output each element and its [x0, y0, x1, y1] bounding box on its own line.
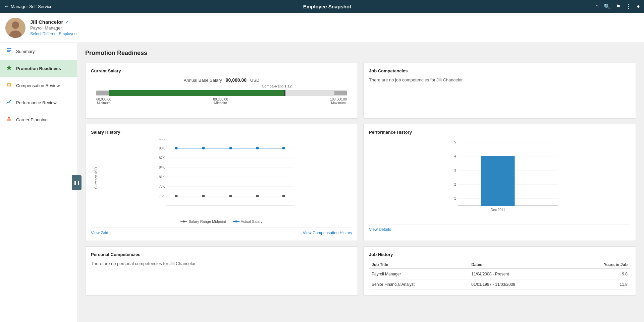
- summary-icon: [5, 48, 13, 55]
- svg-text:84K: 84K: [159, 166, 165, 169]
- svg-rect-14: [96, 91, 109, 95]
- current-salary-title: Current Salary: [91, 68, 352, 73]
- view-compensation-history-link[interactable]: View Compensation History: [303, 231, 352, 235]
- salary-chart-y-label: Currency USD: [94, 167, 98, 188]
- current-salary-card: Current Salary Annual Base Salary 90,000…: [85, 63, 358, 119]
- job-competencies-card: Job Competencies There are no job compet…: [363, 63, 636, 119]
- svg-text:78K: 78K: [159, 185, 165, 188]
- job-title-2: Senior Financial Analyst: [369, 279, 469, 290]
- sidebar-label-performance: Performance Review: [16, 100, 57, 105]
- svg-text:5: 5: [454, 140, 456, 144]
- top-header: ← Manager Self Service Employee Snapshot…: [0, 0, 644, 13]
- svg-point-1: [12, 21, 19, 29]
- svg-rect-66: [481, 156, 515, 206]
- home-icon[interactable]: ⌂: [595, 3, 599, 9]
- col-job-title: Job Title: [369, 261, 469, 269]
- compa-ratio-label: Compa-Ratio:1.12: [262, 84, 291, 88]
- table-row: Payroll Manager 11/04/2008 - Present 9.8: [369, 269, 630, 279]
- svg-text:4: 4: [454, 154, 456, 158]
- svg-point-42: [229, 147, 232, 149]
- svg-rect-4: [7, 50, 11, 51]
- svg-rect-3: [7, 48, 11, 49]
- employee-role: Payroll Manager: [30, 25, 77, 30]
- svg-text:Dec 2011: Dec 2011: [491, 208, 505, 212]
- svg-text:81K: 81K: [159, 175, 165, 179]
- sidebar-item-summary[interactable]: Summary: [0, 43, 77, 60]
- min-value: 60,000.00: [96, 98, 111, 101]
- sidebar-label-summary: Summary: [16, 49, 35, 54]
- performance-icon: [5, 99, 13, 106]
- svg-text:3: 3: [454, 169, 456, 172]
- verified-icon: ✓: [65, 19, 69, 25]
- svg-rect-17: [334, 91, 347, 95]
- job-years-2: 11.8: [570, 279, 630, 290]
- sidebar-item-promotion[interactable]: Promotion Readiness: [0, 60, 77, 77]
- legend-midpoint-label: Salary Range Midpoint: [189, 219, 226, 223]
- svg-point-51: [183, 220, 185, 222]
- back-arrow-icon: ←: [4, 4, 9, 9]
- view-details-link[interactable]: View Details: [369, 227, 391, 232]
- performance-history-chart: 5 4 3 2 1 Dec 2011: [379, 139, 630, 212]
- content-title: Promotion Readiness: [85, 50, 636, 57]
- sidebar-toggle[interactable]: ❚❚: [72, 175, 82, 190]
- svg-marker-6: [6, 65, 12, 70]
- svg-point-40: [175, 147, 178, 149]
- performance-history-card: Performance History 5 4 3 2: [363, 124, 636, 241]
- salary-currency: USD: [250, 78, 259, 83]
- svg-point-44: [282, 147, 285, 149]
- salary-chart-legend: Salary Range Midpoint Actual Salary: [91, 219, 352, 223]
- job-dates-2: 01/01/1997 - 11/03/2008: [469, 279, 570, 290]
- svg-rect-5: [7, 51, 10, 52]
- sidebar-item-performance[interactable]: Performance Review: [0, 94, 77, 111]
- employee-info: Jill Chancelor ✓ Payroll Manager Select …: [30, 19, 77, 36]
- legend-actual: Actual Salary: [233, 219, 263, 223]
- svg-text:2: 2: [454, 183, 456, 186]
- promotion-icon: [5, 65, 13, 72]
- mid-value: 80,000.00: [213, 98, 228, 101]
- employee-bar: Jill Chancelor ✓ Payroll Manager Select …: [0, 13, 644, 43]
- employee-name: Jill Chancelor ✓: [30, 19, 77, 25]
- svg-text:93K: 93K: [159, 139, 165, 141]
- salary-amount: 90,000.00: [226, 77, 247, 83]
- job-competencies-title: Job Competencies: [369, 68, 630, 73]
- job-history-title: Job History: [369, 252, 630, 257]
- search-icon[interactable]: 🔍: [604, 3, 610, 10]
- performance-history-title: Performance History: [369, 130, 630, 135]
- svg-point-41: [202, 147, 205, 149]
- profile-icon[interactable]: ●: [637, 3, 640, 9]
- sidebar-item-career[interactable]: Career Planning: [0, 111, 77, 128]
- view-grid-link[interactable]: View Grid: [91, 231, 108, 235]
- cards-grid: Current Salary Annual Base Salary 90,000…: [85, 63, 636, 296]
- back-button[interactable]: ← Manager Self Service: [4, 4, 52, 9]
- svg-point-36: [229, 195, 232, 197]
- job-years-1: 9.8: [570, 269, 630, 279]
- legend-midpoint: Salary Range Midpoint: [180, 219, 226, 223]
- svg-rect-15: [109, 90, 284, 96]
- salary-history-title: Salary History: [91, 130, 352, 135]
- salary-bar-container: Compa-Ratio:1.12: [96, 90, 347, 105]
- job-competencies-no-data: There are no job competencies for Jill C…: [369, 77, 630, 82]
- toggle-icon: ❚❚: [73, 180, 80, 185]
- salary-history-chart: 93K 90K 87K 84K 81K 78K 75K: [108, 139, 352, 206]
- salary-range-labels: 60,000.00 Minimum 80,000.00 Midpoint 100…: [96, 98, 347, 105]
- sidebar-item-compensation[interactable]: $ Compensation Review: [0, 77, 77, 94]
- max-value: 100,000.00: [330, 98, 347, 101]
- avatar: [5, 18, 25, 38]
- legend-actual-label: Actual Salary: [241, 219, 263, 223]
- svg-text:87K: 87K: [159, 156, 165, 160]
- job-title-1: Payroll Manager: [369, 269, 469, 279]
- sidebar-label-compensation: Compensation Review: [16, 83, 60, 88]
- col-dates: Dates: [469, 261, 570, 269]
- svg-text:1: 1: [454, 197, 456, 200]
- max-label: Maximum: [330, 101, 347, 105]
- salary-info: Annual Base Salary 90,000.00 USD: [91, 77, 352, 83]
- personal-competencies-no-data: There are no personal competencies for J…: [91, 261, 352, 266]
- more-icon[interactable]: ⋮: [626, 3, 631, 10]
- flag-icon[interactable]: ⚑: [616, 3, 621, 10]
- svg-point-34: [175, 195, 178, 197]
- svg-point-43: [256, 147, 259, 149]
- select-different-link[interactable]: Select Different Employee: [30, 31, 77, 36]
- personal-competencies-title: Personal Competencies: [91, 252, 352, 257]
- personal-competencies-card: Personal Competencies There are no perso…: [85, 246, 358, 296]
- job-dates-1: 11/04/2008 - Present: [469, 269, 570, 279]
